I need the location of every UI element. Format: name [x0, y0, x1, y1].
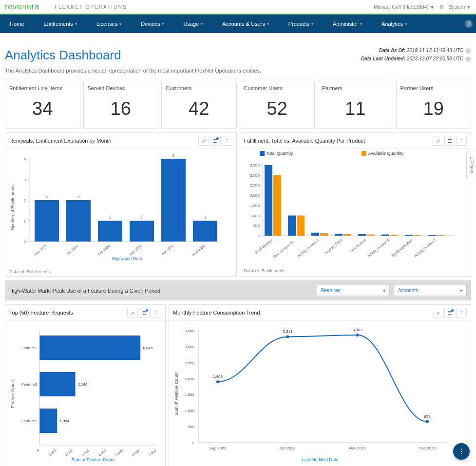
svg-text:2: 2 [24, 198, 26, 203]
svg-text:Nov 2023: Nov 2023 [349, 446, 366, 450]
filter-icon[interactable]: ☰ [444, 308, 455, 317]
nav-accounts[interactable]: Accounts & Users▾ [212, 15, 278, 33]
menu-icon[interactable]: ⋮ [456, 136, 467, 146]
nav-analytics[interactable]: Analytics▾ [372, 15, 417, 33]
fulfillment-dataset: Dataset: Entitlements [240, 266, 471, 275]
svg-rect-60 [405, 235, 413, 236]
fulfillment-panel: Fulfillment: Total vs. Available Quantit… [240, 132, 472, 277]
svg-text:7,000: 7,000 [148, 448, 157, 457]
svg-rect-22 [130, 221, 154, 242]
kpi-customer-users: Customer Users 52 [240, 81, 315, 129]
svg-text:Test Product: Test Product [349, 238, 366, 253]
topbar: revenera FLEXNET OPERATIONS Michael Goff… [0, 0, 476, 15]
menu-icon[interactable]: ⋮ [222, 136, 232, 146]
svg-rect-25 [161, 159, 186, 242]
svg-text:3,500: 3,500 [249, 163, 260, 168]
svg-rect-63 [428, 235, 436, 236]
nav-administer[interactable]: Administer▾ [323, 15, 372, 33]
filter-icon[interactable]: ☰ [210, 136, 221, 146]
help-icon: ? [465, 20, 473, 28]
gear-icon[interactable]: ⚙ [439, 4, 444, 10]
nav-home[interactable]: Home [0, 15, 34, 33]
svg-text:1,903: 1,903 [213, 374, 223, 379]
features-dropdown[interactable]: Features▾ [317, 285, 390, 296]
app-name: FLEXNET OPERATIONS [47, 4, 127, 10]
svg-point-98 [216, 380, 219, 383]
svg-rect-57 [381, 235, 389, 236]
expand-icon[interactable]: ⤢ [127, 308, 138, 317]
info-icon[interactable]: ? [465, 48, 471, 54]
nav-entitlements[interactable]: Entitlements▾ [34, 15, 87, 33]
filter-icon[interactable]: ☰ [444, 136, 455, 146]
svg-text:1: 1 [141, 216, 143, 220]
kpi-served-devices: Served Devices 16 [83, 81, 159, 129]
svg-text:Feature1: Feature1 [21, 346, 38, 350]
nav-products[interactable]: Products▾ [279, 15, 323, 33]
fulfillment-chart: 05001,0001,5002,0002,5003,0003,500SaaS S… [240, 158, 471, 266]
expand-icon[interactable]: ⤢ [433, 136, 443, 146]
svg-rect-16 [66, 200, 91, 242]
svg-text:3,363: 3,363 [353, 328, 363, 332]
svg-text:SaaS Metered O...: SaaS Metered O... [272, 238, 296, 259]
svg-text:1,500: 1,500 [185, 392, 195, 397]
info-icon[interactable]: ? [465, 56, 471, 62]
system-menu[interactable]: System ▼ [449, 4, 471, 10]
svg-text:2,000: 2,000 [249, 193, 260, 198]
svg-text:1,500: 1,500 [249, 204, 260, 208]
nav-help[interactable]: ? [461, 15, 476, 33]
svg-text:Jan 2024: Jan 2024 [66, 244, 79, 256]
filter-icon[interactable]: ☰ [139, 308, 150, 317]
svg-rect-73 [39, 409, 57, 433]
svg-text:2,000: 2,000 [185, 377, 195, 381]
expand-icon[interactable]: ⤢ [433, 308, 443, 317]
svg-rect-67 [39, 336, 140, 360]
svg-text:Number of Entitlements: Number of Entitlements [10, 184, 15, 230]
svg-text:Mar 2024: Mar 2024 [129, 244, 142, 256]
svg-rect-55 [367, 235, 375, 236]
menu-icon[interactable]: ⋮ [151, 308, 161, 317]
svg-rect-19 [98, 221, 122, 242]
user-menu[interactable]: Michael Goff (Flex13004) ▼ [374, 4, 435, 10]
accounts-dropdown[interactable]: Accounts▾ [394, 285, 467, 296]
svg-point-101 [286, 335, 289, 338]
renewals-dataset: Dataset: Entitlements [5, 267, 236, 276]
svg-text:Feature2: Feature2 [21, 419, 38, 423]
nav-licenses[interactable]: Licenses▾ [87, 15, 131, 33]
svg-text:1: 1 [109, 216, 112, 220]
renewals-title: Renewals: Entitlement Expiration by Mont… [9, 138, 198, 144]
fab-button[interactable]: ⋮ [453, 443, 470, 460]
svg-rect-51 [335, 234, 343, 236]
svg-rect-61 [414, 235, 421, 236]
menu-icon[interactable]: ⋮ [456, 308, 467, 317]
svg-text:4: 4 [24, 157, 26, 161]
fulfillment-title: Fulfillment: Total vs. Available Quantit… [244, 138, 433, 144]
trend-chart: Sum of Feature Count 05001,0001,5002,000… [169, 321, 471, 466]
svg-text:3,311: 3,311 [283, 329, 293, 334]
kpi-entitlement-items: Entitlement Line Items 34 [5, 81, 80, 129]
filters-tab[interactable]: « Filters [466, 151, 476, 179]
svg-text:2,000: 2,000 [64, 448, 73, 457]
svg-text:0: 0 [257, 234, 260, 238]
svg-rect-43 [273, 175, 281, 236]
svg-text:Dec 2023: Dec 2023 [34, 244, 47, 256]
svg-text:6,045: 6,045 [143, 346, 153, 350]
page-desc: The Analytics Dashboard provides a visua… [5, 68, 261, 74]
svg-text:1,000: 1,000 [185, 409, 195, 413]
svg-text:0: 0 [24, 240, 26, 244]
top50-panel: Top (50) Feature Requests ⤢ ☰ ⋮ Feature … [5, 304, 166, 466]
nav-usage[interactable]: Usage▾ [173, 15, 212, 33]
highwater-band: High-Water Mark: Peak Use of a Feature D… [5, 280, 471, 300]
svg-text:1,000: 1,000 [48, 448, 57, 457]
svg-rect-52 [343, 234, 351, 236]
svg-rect-58 [390, 235, 398, 236]
svg-text:Feb 2024: Feb 2024 [97, 244, 110, 256]
expand-icon[interactable]: ⤢ [198, 136, 209, 146]
kpi-partners: Partners 11 [318, 81, 393, 129]
svg-point-107 [426, 420, 429, 423]
nav-devices[interactable]: Devices▾ [131, 15, 173, 33]
kpi-partner-users: Partner Users 19 [396, 81, 472, 129]
logo: revenera [5, 2, 39, 11]
svg-text:0: 0 [36, 448, 40, 452]
svg-text:6,000: 6,000 [131, 448, 140, 457]
svg-text:1: 1 [204, 216, 207, 220]
